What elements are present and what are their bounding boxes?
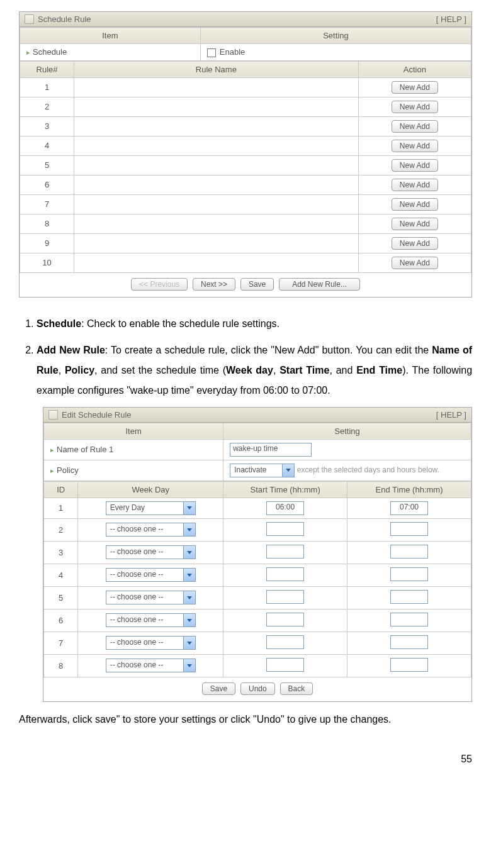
save-button[interactable]: Save — [240, 278, 274, 291]
rules-table: Rule# Rule Name Action 1New Add2New Add3… — [20, 61, 471, 273]
rule-number: 8 — [20, 214, 74, 233]
start-time-input[interactable] — [266, 567, 304, 581]
rule-action-cell: New Add — [358, 155, 471, 175]
policy-select[interactable]: Inactivate — [230, 464, 295, 477]
table-row: 10New Add — [20, 253, 471, 272]
help-link[interactable]: [ HELP ] — [436, 410, 466, 420]
new-add-button[interactable]: New Add — [392, 120, 438, 133]
rule-action-cell: New Add — [358, 97, 471, 116]
new-add-button[interactable]: New Add — [392, 218, 438, 230]
rule-action-cell: New Add — [358, 175, 471, 194]
next-button[interactable]: Next >> — [193, 278, 235, 291]
new-add-button[interactable]: New Add — [392, 140, 438, 152]
row-start — [223, 609, 347, 632]
rule-name-cell — [74, 233, 359, 253]
weekday-select[interactable]: -- choose one -- — [106, 636, 196, 650]
table-row: 6New Add — [20, 175, 471, 194]
table-row: 6-- choose one -- — [44, 609, 471, 632]
add-new-rule-button[interactable]: Add New Rule... — [279, 278, 360, 291]
row-id: 3 — [44, 541, 78, 564]
save-button[interactable]: Save — [202, 682, 235, 695]
new-add-button[interactable]: New Add — [392, 237, 438, 250]
start-time-input[interactable] — [266, 590, 304, 604]
table-row: 4-- choose one -- — [44, 564, 471, 586]
end-time-input[interactable] — [390, 658, 428, 672]
end-time-input[interactable] — [390, 545, 428, 559]
new-add-button[interactable]: New Add — [392, 81, 438, 94]
rule-name-input[interactable]: wake-up time — [230, 443, 312, 457]
policy-value: Inactivate except the selected days and … — [223, 460, 471, 481]
start-time-input[interactable] — [266, 658, 304, 672]
col-setting: Setting — [200, 28, 471, 44]
start-time-input[interactable] — [266, 613, 304, 626]
back-button[interactable]: Back — [280, 682, 313, 695]
bullet-icon: ▸ — [50, 446, 54, 453]
bullet-icon: ▸ — [50, 467, 54, 474]
rule-name-cell — [74, 194, 359, 214]
chevron-down-icon — [183, 637, 195, 649]
rule-number: 6 — [20, 175, 74, 194]
undo-button[interactable]: Undo — [240, 682, 275, 695]
panel-footer: << Previous Next >> Save Add New Rule... — [20, 273, 471, 297]
rule-number: 3 — [20, 116, 74, 136]
start-time-input[interactable] — [266, 545, 304, 559]
row-weekday: -- choose one -- — [78, 518, 223, 541]
end-time-input[interactable] — [390, 613, 428, 626]
rule-action-cell: New Add — [358, 77, 471, 97]
schedule-row-label: ▸Schedule — [20, 44, 201, 61]
rule-name-cell — [74, 175, 359, 194]
table-row: 5-- choose one -- — [44, 586, 471, 609]
new-add-button[interactable]: New Add — [392, 101, 438, 113]
weekday-select[interactable]: -- choose one -- — [106, 591, 196, 604]
row-id: 8 — [44, 654, 78, 677]
row-start — [223, 586, 347, 609]
col-setting: Setting — [223, 423, 471, 439]
bullet-icon: ▸ — [26, 48, 30, 56]
end-time-input[interactable] — [390, 635, 428, 649]
new-add-button[interactable]: New Add — [392, 159, 438, 172]
chevron-down-icon — [183, 569, 195, 581]
table-row: 2New Add — [20, 97, 471, 116]
weekday-select[interactable]: -- choose one -- — [106, 568, 196, 582]
start-time-input[interactable]: 06:00 — [266, 501, 304, 515]
row-weekday: -- choose one -- — [78, 564, 223, 586]
row-id: 1 — [44, 498, 78, 518]
col-rule-num: Rule# — [20, 61, 74, 77]
rule-number: 2 — [20, 97, 74, 116]
row-start — [223, 632, 347, 654]
panel-footer: Save Undo Back — [43, 677, 471, 701]
weekday-select[interactable]: -- choose one -- — [106, 659, 196, 672]
chevron-down-icon — [282, 464, 294, 477]
afterwards-text: Afterwards, click save" to store your se… — [19, 711, 472, 729]
weekday-select[interactable]: -- choose one -- — [106, 613, 196, 627]
new-add-button[interactable]: New Add — [392, 257, 438, 269]
end-time-input[interactable] — [390, 567, 428, 581]
new-add-button[interactable]: New Add — [392, 179, 438, 191]
weekday-select[interactable]: -- choose one -- — [106, 545, 196, 559]
row-id: 7 — [44, 632, 78, 654]
chevron-down-icon — [183, 659, 195, 672]
start-time-input[interactable] — [266, 522, 304, 536]
rule-name-cell — [74, 77, 359, 97]
row-end: 07:00 — [347, 498, 471, 518]
instruction-text: Schedule: Check to enable the schedule r… — [19, 314, 472, 401]
weekday-select[interactable]: -- choose one -- — [106, 523, 196, 537]
start-time-input[interactable] — [266, 635, 304, 649]
rule-number: 5 — [20, 155, 74, 175]
table-row: 2-- choose one -- — [44, 518, 471, 541]
row-start: 06:00 — [223, 498, 347, 518]
rule-action-cell: New Add — [358, 233, 471, 253]
row-end — [347, 564, 471, 586]
table-row: 3New Add — [20, 116, 471, 136]
rule-name-cell — [74, 97, 359, 116]
weekday-select[interactable]: Every Day — [106, 501, 196, 515]
row-weekday: -- choose one -- — [78, 632, 223, 654]
instruction-item-2: Add New Rule: To create a schedule rule,… — [37, 340, 472, 401]
end-time-input[interactable] — [390, 590, 428, 604]
help-link[interactable]: [ HELP ] — [436, 14, 466, 24]
table-row: 7-- choose one -- — [44, 632, 471, 654]
end-time-input[interactable]: 07:00 — [390, 501, 428, 515]
end-time-input[interactable] — [390, 522, 428, 536]
enable-checkbox[interactable] — [207, 48, 216, 57]
new-add-button[interactable]: New Add — [392, 198, 438, 211]
